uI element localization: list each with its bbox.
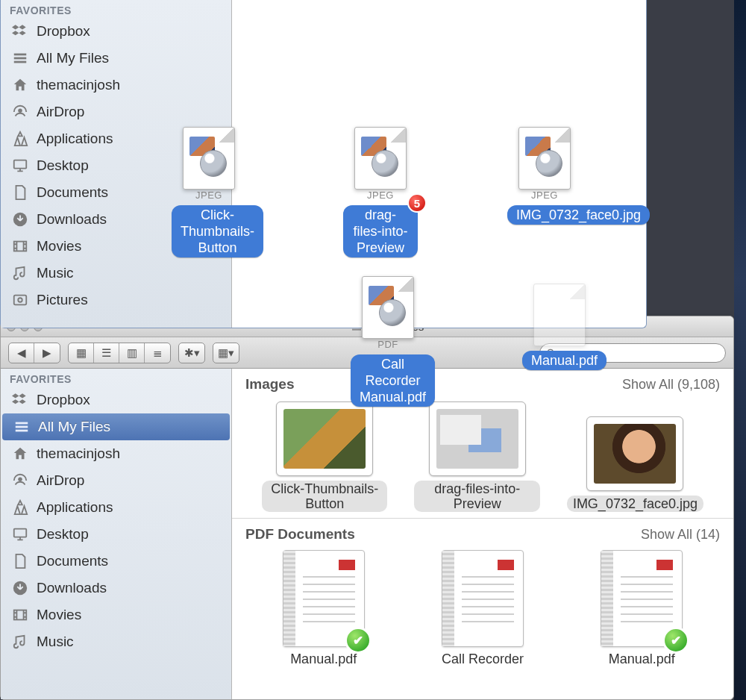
svg-rect-11 xyxy=(14,610,27,620)
file-label: Manual.pdf xyxy=(290,651,357,667)
file-item[interactable]: IMG_0732_face0.jpg xyxy=(567,416,703,512)
svg-rect-7 xyxy=(16,430,28,432)
sidebar-section-header: FAVORITES xyxy=(1,370,231,387)
downloads-icon xyxy=(11,579,29,597)
file-label: IMG_0732_face0.jpg xyxy=(567,496,703,512)
sidebar-item-label: Desktop xyxy=(37,157,89,174)
sidebar-item-music[interactable]: Music xyxy=(1,260,231,287)
sidebar-item-label: Downloads xyxy=(37,580,107,596)
sidebar-item-label: AirDrop xyxy=(37,104,84,120)
search-field[interactable] xyxy=(539,343,726,363)
svg-rect-5 xyxy=(16,422,28,425)
sidebar-item-music[interactable]: Music xyxy=(1,628,231,655)
thumbnail: ✔ xyxy=(283,550,365,647)
svg-point-3 xyxy=(548,349,553,354)
file-label: Manual.pdf xyxy=(609,651,675,667)
svg-rect-12 xyxy=(14,54,27,56)
sidebar-item-dropbox[interactable]: Dropbox xyxy=(1,18,231,45)
desktop-icon xyxy=(11,157,29,175)
svg-rect-16 xyxy=(14,160,27,169)
column-view-button[interactable]: ▥ xyxy=(119,343,145,363)
sidebar-item-label: Documents xyxy=(37,553,108,569)
documents-icon xyxy=(11,184,29,201)
sidebar-item-airdrop[interactable]: AirDrop xyxy=(1,467,231,494)
airdrop-icon xyxy=(11,103,29,121)
desktop-background-strip xyxy=(734,0,746,700)
sync-check-icon: ✔ xyxy=(345,627,372,654)
file-item[interactable]: Call Recorder xyxy=(418,550,547,667)
sync-check-icon: ✔ xyxy=(662,627,689,654)
sidebar-item-documents[interactable]: Documents xyxy=(1,179,231,206)
sidebar-item-movies[interactable]: Movies xyxy=(1,601,231,628)
back-button[interactable]: ◀ xyxy=(9,343,34,363)
thumbnail xyxy=(429,401,526,476)
svg-line-4 xyxy=(553,354,556,357)
sidebar-item-allfiles[interactable]: All My Files xyxy=(1,45,231,72)
sidebar-item-label: Applications xyxy=(37,131,113,147)
svg-rect-14 xyxy=(14,61,27,63)
thumbnail: ✔ xyxy=(601,550,683,647)
sidebar-item-apps[interactable]: Applications xyxy=(1,494,231,521)
grid-icon[interactable]: ▦▾ xyxy=(213,343,239,363)
section-header-pdfs: PDF Documents Show All (14) xyxy=(232,518,733,547)
sidebar-item-airdrop[interactable]: AirDrop xyxy=(1,99,231,125)
finder-window-back: All My Files ◀ ▶ ▦ ☰ ▥ ≣ ✱▾ ▦▾ FAVORITES… xyxy=(0,316,734,700)
svg-point-20 xyxy=(18,298,22,302)
sidebar-item-desktop[interactable]: Desktop xyxy=(1,521,231,548)
gear-icon[interactable]: ✱▾ xyxy=(179,343,204,363)
search-icon xyxy=(546,348,557,358)
thumbnail xyxy=(586,416,683,491)
sidebar-item-label: Downloads xyxy=(37,211,107,228)
sidebar-item-pictures[interactable]: Pictures xyxy=(1,287,231,313)
allfiles-icon xyxy=(13,418,31,436)
sidebar-item-label: Applications xyxy=(37,499,113,516)
icon-view-button[interactable]: ▦ xyxy=(69,343,94,363)
svg-point-8 xyxy=(18,477,22,481)
music-icon xyxy=(11,264,29,282)
file-item[interactable]: ✔Manual.pdf xyxy=(577,550,706,667)
svg-rect-19 xyxy=(14,296,27,305)
section-header-images: Images Show All (9,108) xyxy=(232,369,733,397)
arrange-menu[interactable]: ▦▾ xyxy=(213,343,239,363)
sidebar-section-header: FAVORITES xyxy=(1,1,231,18)
list-view-button[interactable]: ☰ xyxy=(94,343,119,363)
sidebar-item-documents[interactable]: Documents xyxy=(1,548,231,575)
images-row: Click-Thumbnails-Buttondrag-files-into-P… xyxy=(232,397,733,518)
sidebar-item-label: themacinjosh xyxy=(37,446,120,462)
sidebar-item-home[interactable]: themacinjosh xyxy=(1,72,231,99)
section-title: Images xyxy=(245,376,294,393)
toolbar: ◀ ▶ ▦ ☰ ▥ ≣ ✱▾ ▦▾ xyxy=(1,337,733,369)
file-item[interactable]: drag-files-into-Preview xyxy=(414,401,539,512)
action-menu[interactable]: ✱▾ xyxy=(178,343,205,363)
sidebar-item-desktop[interactable]: Desktop xyxy=(1,152,231,179)
nav-backforward[interactable]: ◀ ▶ xyxy=(8,343,60,363)
show-all-link[interactable]: Show All (9,108) xyxy=(622,377,720,393)
file-item[interactable]: ✔Manual.pdf xyxy=(259,550,388,667)
allfiles-icon xyxy=(11,49,29,67)
file-label: Click-Thumbnails-Button xyxy=(262,481,387,512)
sidebar-item-apps[interactable]: Applications xyxy=(1,125,231,152)
coverflow-view-button[interactable]: ≣ xyxy=(145,343,170,363)
file-item[interactable]: Click-Thumbnails-Button xyxy=(262,401,387,512)
sidebar-item-home[interactable]: themacinjosh xyxy=(1,440,231,467)
sidebar-item-label: Dropbox xyxy=(37,23,90,40)
music-icon xyxy=(11,633,29,651)
svg-rect-13 xyxy=(14,57,27,60)
sidebar-item-allfiles[interactable]: All My Files xyxy=(2,413,230,440)
sidebar-item-label: All My Files xyxy=(38,419,110,435)
thumbnail xyxy=(442,550,524,647)
documents-icon xyxy=(11,552,29,570)
show-all-link[interactable]: Show All (14) xyxy=(641,527,720,543)
sidebar-item-downloads[interactable]: Downloads xyxy=(1,575,231,601)
sidebar: FAVORITES DropboxAll My Filesthemacinjos… xyxy=(1,0,232,328)
sidebar-item-downloads[interactable]: Downloads xyxy=(1,206,231,233)
sidebar-item-label: Movies xyxy=(37,238,81,254)
sidebar-item-label: Documents xyxy=(37,184,108,201)
apps-icon xyxy=(11,130,29,148)
sidebar-item-dropbox[interactable]: Dropbox xyxy=(1,387,231,413)
view-switcher[interactable]: ▦ ☰ ▥ ≣ xyxy=(68,343,171,363)
sidebar-item-movies[interactable]: Movies xyxy=(1,233,231,260)
forward-button[interactable]: ▶ xyxy=(34,343,60,363)
section-title: PDF Documents xyxy=(245,526,355,543)
file-label: drag-files-into-Preview xyxy=(414,481,539,512)
